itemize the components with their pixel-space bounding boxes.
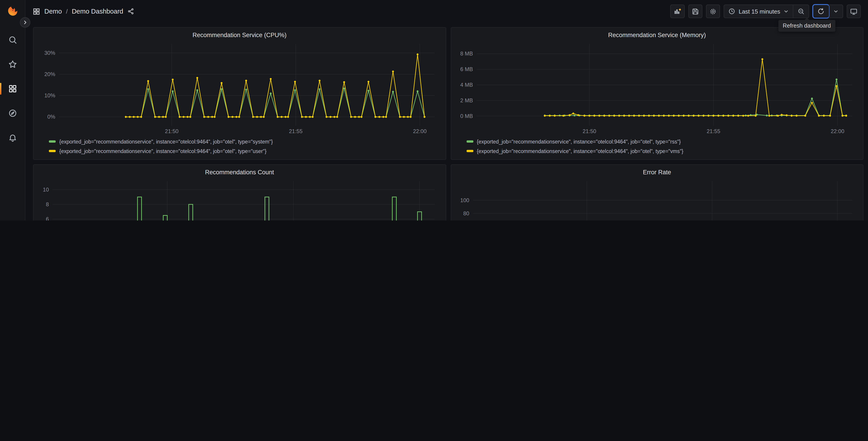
sidebar-item-alerting[interactable] [4, 131, 21, 144]
panel-title[interactable]: Recommendations Count [38, 168, 441, 178]
dashboard-toolbar: Last 15 minutes [670, 4, 861, 18]
dashboard-grid-icon [33, 7, 40, 15]
svg-text:10%: 10% [44, 92, 55, 98]
dashboard-header: Demo / Demo Dashboard Last 15 mi [25, 0, 868, 23]
svg-text:0 MB: 0 MB [460, 113, 473, 119]
legend-label: {exported_job="recommendationservice", i… [59, 148, 267, 154]
time-series-chart[interactable]: 02040608010021:5021:5522:00 [456, 178, 859, 220]
tooltip: Refresh dashboard [778, 20, 835, 32]
svg-text:21:55: 21:55 [289, 128, 303, 134]
breadcrumb: Demo / Demo Dashboard [33, 7, 134, 15]
breadcrumb-folder[interactable]: Demo [44, 8, 62, 15]
apps-icon [8, 84, 17, 93]
legend-swatch [49, 141, 56, 143]
svg-text:20%: 20% [44, 71, 55, 77]
panel-recommendations-count: Recommendations Count 024681021:5021:552… [33, 164, 446, 220]
dashboard-settings-button[interactable] [706, 4, 720, 18]
breadcrumb-title[interactable]: Demo Dashboard [72, 8, 123, 15]
legend-label: {exported_job="recommendationservice", i… [59, 139, 273, 144]
svg-text:10: 10 [43, 186, 49, 193]
legend-swatch [466, 141, 473, 143]
chevron-down-icon [833, 9, 839, 14]
panel-recommendation-cpu: Recommendation Service (CPU%) 0%10%20%30… [33, 27, 446, 160]
time-range-picker[interactable]: Last 15 minutes [724, 5, 793, 18]
legend: {exported_job="recommendationservice", i… [456, 136, 859, 156]
sidebar-item-explore[interactable] [4, 107, 21, 120]
svg-text:22:00: 22:00 [413, 128, 427, 134]
refresh-interval-dropdown[interactable] [829, 5, 843, 18]
kiosk-mode-button[interactable] [847, 4, 861, 18]
time-series-chart[interactable]: 0%10%20%30%21:5021:5522:00 [38, 41, 441, 136]
panel-title[interactable]: Recommendation Service (Memory) [456, 30, 859, 41]
svg-text:80: 80 [463, 210, 469, 216]
tooltip-arrow [805, 18, 809, 20]
save-icon [691, 7, 699, 15]
legend-swatch [49, 150, 56, 152]
legend-label: {exported_job="recommendationservice", i… [477, 139, 681, 144]
svg-text:21:50: 21:50 [165, 128, 179, 134]
panel-title[interactable]: Recommendation Service (CPU%) [38, 30, 441, 41]
legend-item[interactable]: {exported_job="recommendationservice", i… [49, 137, 441, 146]
sidebar-item-dashboards[interactable] [4, 82, 21, 95]
zoom-out-button[interactable] [793, 5, 809, 18]
breadcrumb-separator: / [66, 8, 68, 15]
svg-text:2 MB: 2 MB [460, 97, 473, 104]
settings-gear-icon [709, 7, 717, 15]
legend: {exported_job="recommendationservice", i… [38, 136, 441, 156]
svg-text:6: 6 [46, 216, 49, 220]
save-dashboard-button[interactable] [688, 4, 702, 18]
chevron-right-icon [23, 20, 28, 25]
svg-text:21:55: 21:55 [707, 128, 720, 134]
chevron-down-icon [783, 9, 789, 14]
panel-title[interactable]: Error Rate [456, 168, 859, 178]
sidebar-item-starred[interactable] [4, 58, 21, 70]
tooltip-text: Refresh dashboard [783, 23, 831, 29]
svg-text:0%: 0% [47, 114, 55, 120]
refresh-group [813, 4, 843, 18]
legend-item[interactable]: {exported_job="recommendationservice", i… [466, 146, 859, 156]
add-panel-button[interactable] [670, 4, 685, 18]
svg-text:6 MB: 6 MB [460, 66, 473, 72]
grafana-app: Demo / Demo Dashboard Last 15 mi [0, 0, 868, 220]
zoom-out-icon [797, 8, 805, 15]
legend-swatch [466, 150, 473, 152]
svg-text:4 MB: 4 MB [460, 82, 473, 88]
compass-icon [8, 109, 17, 118]
svg-text:21:50: 21:50 [583, 128, 596, 134]
svg-text:22:00: 22:00 [831, 128, 844, 134]
time-series-chart[interactable]: 024681021:5021:5522:00 [38, 178, 441, 220]
search-icon [8, 35, 17, 45]
dashboard-grid: Recommendation Service (CPU%) 0%10%20%30… [25, 23, 868, 220]
monitor-icon [850, 7, 858, 15]
legend-item[interactable]: {exported_job="recommendationservice", i… [466, 137, 859, 146]
time-range-label: Last 15 minutes [739, 8, 780, 15]
sidebar-expand-button[interactable] [20, 17, 30, 28]
sidebar-item-search[interactable] [4, 33, 21, 46]
panel-error-rate: Error Rate 02040608010021:5021:5522:00 {… [451, 164, 864, 220]
panel-recommendation-memory: Recommendation Service (Memory) 0 MB2 MB… [451, 27, 864, 160]
bell-icon [8, 133, 17, 142]
time-series-chart[interactable]: 0 MB2 MB4 MB6 MB8 MB21:5021:5522:00 [456, 41, 859, 136]
refresh-icon [817, 8, 825, 15]
sidebar [0, 0, 25, 220]
svg-text:8: 8 [46, 201, 49, 207]
svg-text:30%: 30% [44, 50, 55, 56]
svg-text:100: 100 [460, 197, 469, 203]
star-icon [8, 60, 17, 69]
add-panel-icon [673, 7, 682, 16]
grafana-logo[interactable] [6, 4, 19, 18]
svg-text:8 MB: 8 MB [460, 51, 473, 57]
time-picker-group: Last 15 minutes [724, 4, 809, 18]
clock-icon [728, 8, 735, 15]
refresh-button[interactable] [813, 5, 829, 18]
legend-item[interactable]: {exported_job="recommendationservice", i… [49, 146, 441, 156]
share-icon[interactable] [127, 8, 134, 15]
active-indicator [0, 83, 1, 95]
legend-label: {exported_job="recommendationservice", i… [477, 148, 683, 154]
